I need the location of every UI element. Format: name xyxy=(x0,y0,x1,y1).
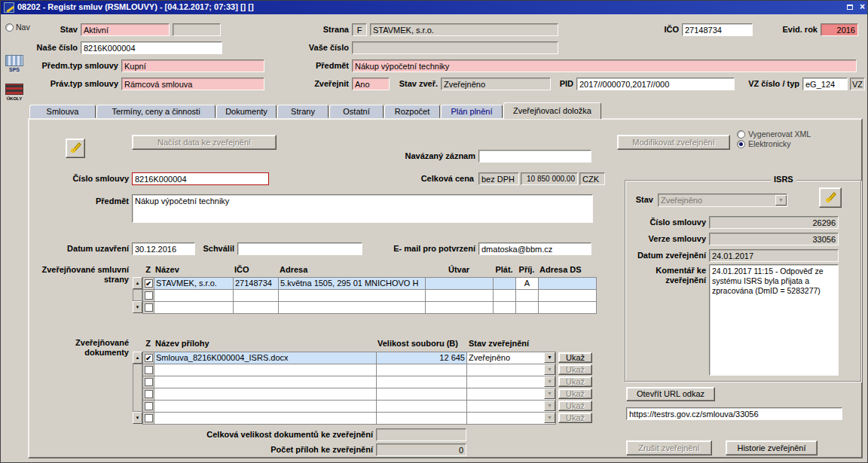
grid-cell[interactable] xyxy=(154,413,377,425)
dok-cell-stav-dropdown[interactable]: Zveřejněno ▼ xyxy=(467,352,556,364)
grid-cell[interactable] xyxy=(539,290,597,302)
grid-cell[interactable]: ▼ xyxy=(467,376,556,388)
grid-cell[interactable] xyxy=(377,364,467,376)
tab-zverejnovaci-dolozka[interactable]: Zveřejňovací doložka xyxy=(503,102,601,119)
grid-cell[interactable] xyxy=(516,302,539,314)
grid-cell[interactable]: ✔ xyxy=(143,278,154,290)
dok-cell-nazev[interactable]: Smlouva_8216K000004_ISRS.docx xyxy=(154,352,377,364)
evid-rok-field[interactable]: 2016 xyxy=(821,23,858,36)
prav-typ-field[interactable]: Rámcová smlouva xyxy=(121,78,264,90)
grid-cell[interactable]: ▼ xyxy=(467,401,556,413)
strany-cell-utvar[interactable] xyxy=(426,278,494,290)
strany-cell-prij[interactable]: A xyxy=(516,278,539,290)
ico-field[interactable]: 27148734 xyxy=(682,23,753,36)
grid-cell[interactable] xyxy=(143,413,154,425)
table-row[interactable]: ▼ xyxy=(143,401,556,413)
grid-cell[interactable] xyxy=(143,376,154,388)
grid-cell[interactable] xyxy=(234,302,279,314)
strany-cell-ico[interactable]: 27148734 xyxy=(234,278,279,290)
grid-cell[interactable] xyxy=(143,388,154,401)
checkbox-icon[interactable] xyxy=(145,303,153,312)
grid-cell[interactable] xyxy=(143,364,154,376)
radio-elektronicky[interactable] xyxy=(737,140,745,148)
grid-cell[interactable] xyxy=(426,302,494,314)
email-field[interactable]: dmatoska@bbm.cz xyxy=(478,242,591,255)
predmet2-textarea[interactable]: Nákup výpočetní techniky xyxy=(132,194,593,223)
strany-cell-plat[interactable] xyxy=(494,278,516,290)
ukaz-button[interactable]: Ukaž xyxy=(558,352,592,363)
grid-cell[interactable] xyxy=(377,376,467,388)
strany-cell-adresa-ds[interactable] xyxy=(539,278,597,290)
strany-cell-adresa[interactable]: 5.května 1505, 295 01 MNICHOVO H xyxy=(279,278,426,290)
grid-cell[interactable] xyxy=(143,302,154,314)
grid-cell[interactable]: ▼ xyxy=(467,364,556,376)
predm-typ-field[interactable]: Kupní xyxy=(121,59,264,72)
stav-field[interactable]: Aktivní xyxy=(81,23,170,36)
checkbox-icon[interactable] xyxy=(145,402,153,410)
table-row[interactable]: ✔ Smlouva_8216K000004_ISRS.docx 12 645 Z… xyxy=(143,352,556,364)
grid-cell[interactable] xyxy=(377,413,467,425)
grid-cell[interactable] xyxy=(377,401,467,413)
historie-zverejneni-button[interactable]: Historie zveřejnění xyxy=(726,440,818,455)
grid-cell[interactable] xyxy=(539,302,597,314)
table-row[interactable]: ▼ xyxy=(143,413,556,425)
grid-cell[interactable] xyxy=(154,376,377,388)
table-row[interactable]: ▼ xyxy=(143,364,556,376)
tab-rozpocet[interactable]: Rozpočet xyxy=(384,105,440,118)
table-row[interactable]: ✔ STAVMEK, s.r.o. 27148734 5.května 1505… xyxy=(143,278,597,290)
nav-bullet-icon[interactable] xyxy=(5,23,14,32)
tab-plan-plneni[interactable]: Plán plnění xyxy=(441,105,503,118)
grid-cell[interactable] xyxy=(154,290,234,302)
checkbox-icon[interactable] xyxy=(145,414,153,422)
grid-cell[interactable] xyxy=(494,302,516,314)
table-row[interactable]: ▼ xyxy=(143,376,556,388)
strany-scroll-up-icon[interactable]: ▲ xyxy=(133,277,142,289)
grid-cell[interactable] xyxy=(154,401,377,413)
dok-scroll-up-icon[interactable]: ▲ xyxy=(133,352,142,364)
otevrit-url-button[interactable]: Otevřít URL odkaz xyxy=(626,387,715,401)
pid-field[interactable]: 2017//000070,2017//000 xyxy=(576,78,735,90)
close-icon[interactable]: × xyxy=(857,2,868,13)
tab-dokumenty[interactable]: Dokumenty xyxy=(216,105,277,118)
isrs-tools-button[interactable] xyxy=(819,187,842,208)
grid-cell[interactable] xyxy=(234,290,279,302)
tools-button[interactable] xyxy=(66,139,85,158)
checkbox-icon[interactable] xyxy=(145,378,153,386)
grid-cell[interactable] xyxy=(143,401,154,413)
grid-cell[interactable] xyxy=(154,364,377,376)
grid-cell[interactable] xyxy=(279,302,426,314)
dropdown-arrow-icon[interactable]: ▼ xyxy=(544,352,555,363)
tab-strany[interactable]: Strany xyxy=(277,105,329,118)
table-row[interactable]: ▼ xyxy=(143,388,556,401)
radio-vygenerovat-xml[interactable] xyxy=(737,130,745,139)
zverejnit-field[interactable]: Ano xyxy=(352,78,390,90)
grid-cell[interactable] xyxy=(377,388,467,401)
table-row[interactable] xyxy=(143,302,597,314)
grid-cell[interactable] xyxy=(154,302,234,314)
strany-scroll-down-icon[interactable]: ▼ xyxy=(133,301,142,313)
grid-cell[interactable]: ▼ xyxy=(467,413,556,425)
checkbox-icon[interactable] xyxy=(145,366,153,374)
grid-cell[interactable] xyxy=(143,290,154,302)
vz-cislo-field[interactable]: eG_124 xyxy=(802,78,848,90)
grid-cell[interactable] xyxy=(494,290,516,302)
nase-cislo-field[interactable]: 8216K000004 xyxy=(81,41,222,54)
cislo-smlouvy-field[interactable]: 8216K000004 xyxy=(132,172,269,185)
dok-cell-velikost[interactable]: 12 645 xyxy=(377,352,467,364)
tab-terminy[interactable]: Termíny, ceny a činnosti xyxy=(96,105,215,118)
url-field[interactable]: https://testrs.gov.cz/smlouva/33056 xyxy=(626,407,842,420)
predmet-field[interactable]: Nákup výpočetní techniky xyxy=(352,59,857,72)
grid-cell[interactable]: ▼ xyxy=(467,388,556,401)
dok-scroll-down-icon[interactable]: ▼ xyxy=(133,412,142,424)
checkbox-icon[interactable] xyxy=(145,291,153,300)
grid-cell[interactable]: ✔ xyxy=(143,352,154,364)
checkbox-icon[interactable] xyxy=(145,390,153,398)
checkbox-checked-icon[interactable]: ✔ xyxy=(145,279,153,288)
checkbox-checked-icon[interactable]: ✔ xyxy=(145,354,153,362)
strany-cell-nazev[interactable]: STAVMEK, s.r.o. xyxy=(154,278,234,290)
grid-cell[interactable] xyxy=(426,290,494,302)
grid-cell[interactable] xyxy=(279,290,426,302)
datum-uzavreni-field[interactable]: 30.12.2016 xyxy=(132,242,195,255)
grid-cell[interactable] xyxy=(516,290,539,302)
tab-ostatni[interactable]: Ostatní xyxy=(329,105,384,118)
